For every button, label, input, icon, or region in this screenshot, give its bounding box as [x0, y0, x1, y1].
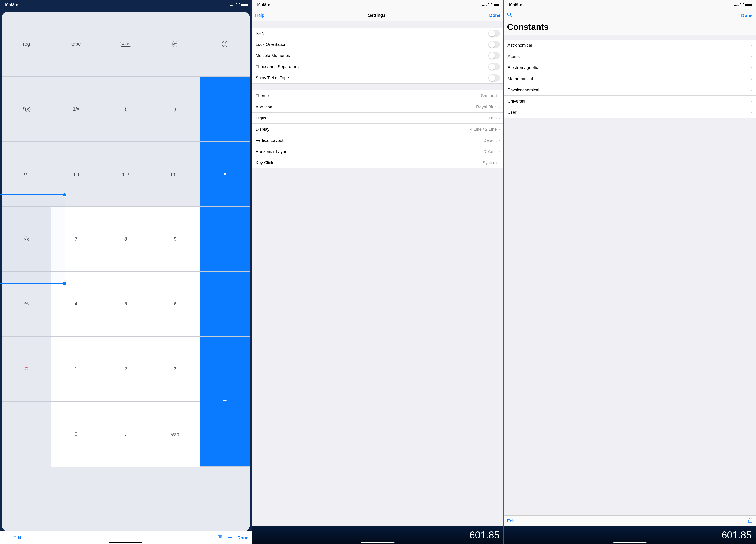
setting-toggle-multiple-memories[interactable]: Multiple Memories — [252, 50, 504, 61]
add-key-button[interactable]: ＋ — [3, 534, 9, 542]
key-multiply[interactable]: × — [200, 142, 250, 207]
toggle-switch[interactable] — [488, 74, 500, 82]
category-label: Electromagnetic — [507, 65, 750, 70]
chevron-right-icon: › — [499, 149, 500, 154]
toggle-switch[interactable] — [488, 41, 500, 48]
key-1[interactable]: 1 — [51, 337, 101, 402]
category-physicochemical[interactable]: Physicochemical› — [504, 84, 756, 96]
category-universal[interactable]: Universal› — [504, 96, 756, 107]
key-mr[interactable]: m r — [51, 142, 101, 207]
key-7[interactable]: 7 — [51, 207, 101, 272]
constants-list[interactable]: Astronomical›Atomic›Electromagnetic›Math… — [504, 35, 756, 526]
toggle-label: RPN — [256, 31, 489, 36]
key-reciprocal[interactable]: 1/x — [51, 77, 101, 142]
done-button[interactable]: Done — [741, 13, 752, 18]
key-plus[interactable]: + — [200, 272, 250, 337]
key-fx[interactable]: ƒ(x) — [2, 77, 51, 142]
category-atomic[interactable]: Atomic› — [504, 51, 756, 62]
setting-row-app-icon[interactable]: App IconRoyal Blue› — [252, 101, 504, 113]
row-label: Key Click — [256, 160, 483, 165]
settings-navbar: Help Settings Done — [252, 10, 504, 21]
key-mplus[interactable]: m + — [101, 142, 150, 207]
done-button[interactable]: Done — [237, 535, 249, 540]
category-electromagnetic[interactable]: Electromagnetic› — [504, 62, 756, 73]
setting-row-digits[interactable]: DigitsThin› — [252, 113, 504, 124]
key-info[interactable]: i — [200, 12, 250, 77]
setting-row-key-click[interactable]: Key ClickSystem› — [252, 157, 504, 168]
key-sign[interactable]: +/− — [2, 142, 51, 207]
category-mathematical[interactable]: Mathematical› — [504, 73, 756, 84]
key-divide[interactable]: ÷ — [200, 77, 250, 142]
category-label: User — [507, 110, 750, 115]
wifi-icon — [488, 3, 492, 7]
key-4[interactable]: 4 — [51, 272, 101, 337]
search-icon[interactable] — [507, 12, 512, 19]
screen-calculator-edit: 10:48 ➤ ▪▪▫▫ reg tape A › B 42 i ƒ(x) 1/… — [0, 0, 252, 544]
chevron-right-icon: › — [750, 98, 752, 104]
key-exp[interactable]: exp — [150, 402, 200, 467]
key-reg[interactable]: reg — [2, 12, 51, 77]
setting-toggle-lock-orientation[interactable]: Lock Orientation — [252, 39, 504, 50]
battery-icon — [493, 4, 499, 6]
setting-row-vertical-layout[interactable]: Vertical LayoutDefault› — [252, 135, 504, 146]
key-3[interactable]: 3 — [150, 337, 200, 402]
location-icon: ➤ — [520, 3, 522, 7]
status-time: 10:48 — [4, 3, 14, 7]
key-0[interactable]: 0 — [51, 402, 101, 467]
setting-toggle-thousands-separators[interactable]: Thousands Separators — [252, 61, 504, 72]
key-equals[interactable]: = — [200, 337, 250, 467]
category-astronomical[interactable]: Astronomical› — [504, 40, 756, 51]
key-5[interactable]: 5 — [101, 272, 150, 337]
row-value: 4 Line / 2 Line — [470, 127, 497, 132]
battery-icon — [745, 4, 752, 6]
toggle-switch[interactable] — [488, 63, 500, 70]
edit-button[interactable]: Edit — [13, 535, 21, 540]
key-9[interactable]: 9 — [150, 207, 200, 272]
row-value: Samurai — [481, 93, 497, 98]
share-icon[interactable] — [748, 517, 752, 525]
setting-toggle-show-ticker-tape[interactable]: Show Ticker Tape — [252, 72, 504, 84]
result-value: 601.85 — [470, 529, 500, 541]
chevron-right-icon: › — [499, 127, 500, 132]
key-backspace[interactable]: × — [2, 402, 51, 467]
setting-row-horizontal-layout[interactable]: Horizontal LayoutDefault› — [252, 146, 504, 157]
key-8[interactable]: 8 — [101, 207, 150, 272]
key-decimal[interactable]: . — [101, 402, 150, 467]
toggle-switch[interactable] — [488, 30, 500, 37]
help-button[interactable]: Help — [255, 13, 264, 18]
key-6[interactable]: 6 — [150, 272, 200, 337]
key-clear[interactable]: C — [2, 337, 51, 402]
chevron-right-icon: › — [750, 110, 752, 115]
row-label: Theme — [256, 93, 481, 98]
key-minus[interactable]: − — [200, 207, 250, 272]
chevron-right-icon: › — [499, 160, 500, 165]
key-percent[interactable]: % — [2, 272, 51, 337]
key-tape[interactable]: tape — [51, 12, 101, 77]
toggle-switch[interactable] — [488, 52, 500, 59]
toggle-label: Lock Orientation — [256, 42, 489, 47]
status-time: 10:48 — [256, 3, 266, 7]
row-label: Horizontal Layout — [256, 149, 483, 154]
setting-row-display[interactable]: Display4 Line / 2 Line› — [252, 124, 504, 135]
key-convert[interactable]: A › B — [101, 12, 150, 77]
battery-icon — [241, 4, 248, 6]
home-indicator — [613, 542, 647, 543]
menu-icon[interactable] — [228, 535, 232, 541]
setting-row-theme[interactable]: ThemeSamurai› — [252, 90, 504, 101]
chevron-right-icon: › — [499, 93, 500, 98]
category-user[interactable]: User› — [504, 107, 756, 118]
edit-button[interactable]: Edit — [507, 519, 514, 523]
key-constants[interactable]: 42 — [150, 12, 200, 77]
key-sqrt[interactable]: √x — [2, 207, 51, 272]
chevron-right-icon: › — [499, 104, 500, 109]
key-paren-open[interactable]: ( — [101, 77, 150, 142]
done-button[interactable]: Done — [489, 13, 500, 18]
key-mminus[interactable]: m − — [150, 142, 200, 207]
row-value: Default — [483, 138, 497, 143]
settings-list[interactable]: RPNLock OrientationMultiple MemoriesThou… — [252, 21, 504, 526]
category-label: Physicochemical — [507, 88, 750, 92]
key-2[interactable]: 2 — [101, 337, 150, 402]
setting-toggle-rpn[interactable]: RPN — [252, 28, 504, 39]
key-paren-close[interactable]: ) — [150, 77, 200, 142]
trash-icon[interactable] — [218, 534, 223, 541]
